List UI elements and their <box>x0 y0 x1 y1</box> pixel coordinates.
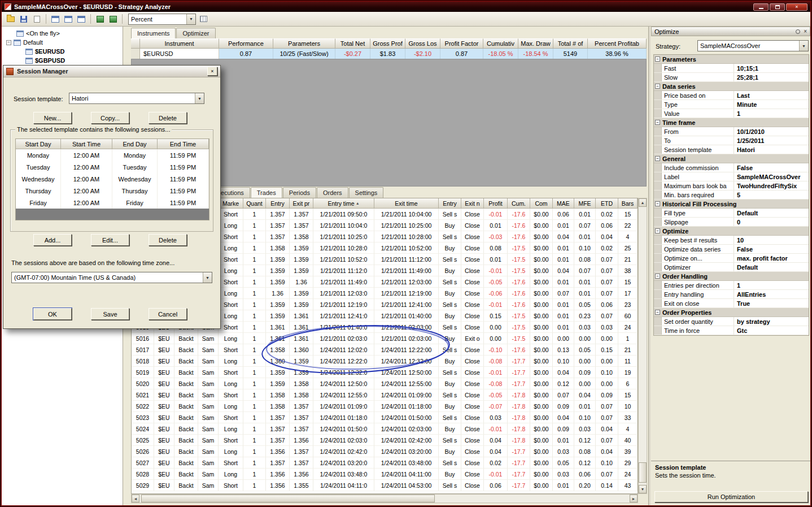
column-header[interactable]: Exit pr <box>290 198 313 209</box>
property-row[interactable]: Slippage0 <box>654 218 809 227</box>
window-titlebar[interactable]: SampleMACrossOver - $EURUSD - Strategy A… <box>2 2 810 12</box>
column-header[interactable]: Com <box>530 198 553 209</box>
close-button[interactable]: × <box>786 3 807 11</box>
property-row[interactable]: Exit on closeTrue <box>654 299 809 308</box>
chart-window-icon[interactable] <box>50 14 61 24</box>
dropdown-arrow-icon[interactable]: ▼ <box>186 14 195 24</box>
session-row[interactable]: Thursday12:00 AMThursday11:59 PM <box>16 185 209 197</box>
property-row[interactable]: Entry handlingAllEntries <box>654 290 809 299</box>
column-header[interactable]: Bars <box>618 198 638 209</box>
column-header[interactable]: MFE <box>574 198 596 209</box>
save-icon[interactable] <box>18 14 29 24</box>
collapse-icon[interactable]: − <box>6 40 11 45</box>
trade-row[interactable]: 5029$EUBacktSamShort11.3561.3551/24/2011… <box>132 480 638 491</box>
cancel-button[interactable]: Cancel <box>149 308 187 320</box>
property-category[interactable]: −General <box>654 154 809 163</box>
column-header[interactable]: End Day <box>112 139 158 149</box>
minimize-button[interactable] <box>753 3 769 11</box>
property-category[interactable]: −Order Handling <box>654 272 809 281</box>
copy-button[interactable]: Copy... <box>91 112 129 124</box>
scrollbar-thumb[interactable] <box>639 462 647 483</box>
property-row[interactable]: Min. bars required5 <box>654 190 809 200</box>
market-analyzer-window-icon[interactable] <box>76 14 87 24</box>
open-workspace-icon[interactable] <box>5 14 16 24</box>
session-row[interactable]: Friday12:00 AMFriday11:59 PM <box>16 197 209 209</box>
property-row[interactable]: Slow25;28;1 <box>654 73 809 82</box>
dialog-titlebar[interactable]: Session Manager × <box>3 66 220 77</box>
trade-row[interactable]: 5016$EUBacktSamLong11.3611.3611/21/2011 … <box>132 333 638 344</box>
session-template-select[interactable]: Hatori ▼ <box>69 93 204 104</box>
column-header[interactable]: Start Day <box>16 139 61 149</box>
strategy-icon[interactable] <box>107 14 119 24</box>
trade-row[interactable]: 5020$EUBacktSamLong11.3591.3581/24/2011 … <box>132 378 638 389</box>
property-row[interactable]: TypeMinute <box>654 100 809 109</box>
session-row[interactable]: Wednesday12:00 AMWednesday11:59 PM <box>16 173 209 185</box>
column-header[interactable]: End Time <box>158 139 209 149</box>
column-header[interactable]: Quant <box>243 198 266 209</box>
property-category[interactable]: −Optimize <box>654 227 809 236</box>
trades-vertical-scrollbar[interactable]: ▲ ▼ <box>638 198 647 494</box>
trade-row[interactable]: 5019$EUBacktSamShort11.3591.3591/24/2011… <box>132 367 638 378</box>
add-session-button[interactable]: Add... <box>33 234 72 246</box>
property-row[interactable]: Include commissionFalse <box>654 163 809 172</box>
indicator-icon[interactable] <box>94 14 106 24</box>
property-category[interactable]: −Parameters <box>654 55 809 64</box>
timezone-select[interactable]: (GMT-07:00) Mountain Time (US & Canada) … <box>11 272 212 283</box>
delete-session-button[interactable]: Delete <box>149 234 187 246</box>
property-row[interactable]: Maximum bars look baTwoHundredFiftySix <box>654 181 809 190</box>
trade-row[interactable]: 5023$EUBacktSamShort11.3571.3571/24/2011… <box>132 412 638 423</box>
delete-template-button[interactable]: Delete <box>149 112 187 124</box>
strategy-select[interactable]: SampleMACrossOver ▼ <box>697 40 809 51</box>
column-header[interactable]: Entry <box>439 198 461 209</box>
trade-row[interactable]: 5027$EUBacktSamShort11.3571.3571/24/2011… <box>132 457 638 469</box>
session-row[interactable]: Tuesday12:00 AMTuesday11:59 PM <box>16 161 209 173</box>
column-header[interactable]: Instrument <box>140 38 219 49</box>
trade-row[interactable]: 5025$EUBacktSamShort11.3571.3561/24/2011… <box>132 435 638 446</box>
trade-row[interactable]: 5021$EUBacktSamShort11.3581.3581/24/2011… <box>132 389 638 401</box>
scroll-left-icon[interactable]: ◄ <box>132 495 139 502</box>
trades-horizontal-scrollbar[interactable]: ◄ ► <box>131 494 638 503</box>
tree-item-default[interactable]: − Default <box>2 38 123 47</box>
close-icon[interactable]: × <box>207 67 217 76</box>
session-row[interactable]: Monday12:00 AMMonday11:59 PM <box>16 149 209 161</box>
column-header[interactable]: Marke <box>219 198 243 209</box>
column-header[interactable]: Cumulativ <box>483 38 518 49</box>
property-row[interactable]: To1/25/2011 <box>654 136 809 145</box>
column-header[interactable]: Entry time▲ <box>313 198 374 209</box>
property-category[interactable]: −Time frame <box>654 118 809 127</box>
tab-periods[interactable]: Periods <box>283 187 316 198</box>
sessions-empty-row[interactable] <box>16 209 209 220</box>
trade-row[interactable]: 5028$EUBacktSamLong11.3561.3561/24/2011 … <box>132 469 638 480</box>
property-category[interactable]: −Data series <box>654 82 809 91</box>
tab-optimizer[interactable]: Optimizer <box>176 28 215 38</box>
scroll-right-icon[interactable]: ► <box>630 495 638 502</box>
trade-row[interactable]: 5026$EUBacktSamLong11.3561.3571/24/2011 … <box>132 446 638 457</box>
property-category[interactable]: −Historical Fill Processing <box>654 200 809 209</box>
scroll-up-icon[interactable]: ▲ <box>639 198 647 207</box>
property-row[interactable]: Price based onLast <box>654 91 809 100</box>
column-header[interactable]: Entry <box>266 198 290 209</box>
column-header[interactable]: Cum. <box>508 198 530 209</box>
run-optimization-button[interactable]: Run Optimization <box>654 491 808 502</box>
trade-row[interactable]: 5017$EUBacktSamShort11.3581.3601/24/2011… <box>132 344 638 356</box>
trade-row[interactable]: 5024$EUBacktSamLong11.3571.3571/24/2011 … <box>132 423 638 435</box>
property-row[interactable]: Fill typeDefault <box>654 209 809 218</box>
column-header[interactable]: MAE <box>553 198 574 209</box>
tree-item-on-the-fly[interactable]: <On the fly> <box>2 29 123 38</box>
display-mode-select[interactable]: Percent ▼ <box>128 14 196 25</box>
grid-layout-icon[interactable] <box>198 14 209 24</box>
trade-row[interactable]: 5018$EUBacktSamLong11.3601.3591/24/2011 … <box>132 356 638 367</box>
property-row[interactable]: Optimize data seriesFalse <box>654 245 809 254</box>
optimize-panel-header[interactable]: Optimize × <box>651 27 810 36</box>
column-header[interactable]: ETD <box>596 198 618 209</box>
ok-button[interactable]: OK <box>33 308 72 320</box>
column-header[interactable]: Exit n <box>461 198 484 209</box>
property-category[interactable]: −Order Properties <box>654 308 809 317</box>
column-header[interactable]: Exit time <box>374 198 439 209</box>
property-row[interactable]: Keep best # results10 <box>654 236 809 245</box>
property-row[interactable]: Value1 <box>654 109 809 118</box>
orders-window-icon[interactable] <box>63 14 74 24</box>
trade-row[interactable]: 5022$EUBacktSamLong11.3581.3571/24/2011 … <box>132 401 638 412</box>
column-header[interactable]: Total Net <box>335 38 370 49</box>
property-row[interactable]: Entries per direction1 <box>654 281 809 290</box>
